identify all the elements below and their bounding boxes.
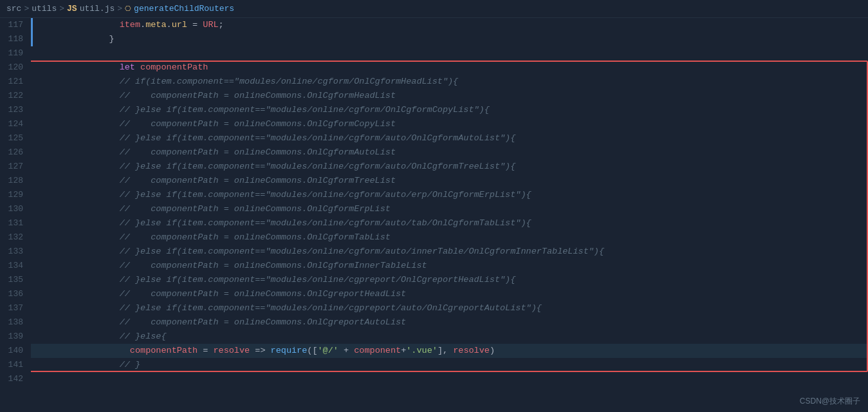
ln-130: 130 [5,202,23,216]
editor-container: src > utils > JS util.js > ⎔ generateChi… [0,0,868,412]
breadcrumb-src: src [6,4,21,14]
ln-120: 120 [5,61,23,75]
breadcrumb-bar: src > utils > JS util.js > ⎔ generateChi… [0,0,868,18]
ln-133: 133 [5,245,23,259]
ln-119: 119 [5,46,23,61]
breadcrumb-js: JS [67,4,77,14]
ln-124: 124 [5,117,23,131]
ln-132: 132 [5,230,23,245]
ln-126: 126 [5,145,23,160]
code-line-142 [31,372,868,386]
line-numbers: 117 118 119 120 121 122 123 124 125 126 … [0,18,31,412]
ln-118: 118 [5,32,23,46]
ln-139: 139 [5,330,23,344]
highlighted-block: let componentPath // if(item.component==… [31,61,868,372]
ln-140: 140 [5,344,23,358]
breadcrumb-sep3: > [117,4,122,14]
ln-122: 122 [5,89,23,103]
ln-136: 136 [5,287,23,301]
ln-131: 131 [5,216,23,230]
breadcrumb-filename: util.js [80,4,115,14]
breadcrumb-sep2: > [59,4,64,14]
code-text-142 [33,372,41,386]
ln-121: 121 [5,75,23,89]
watermark: CSDN@技术圈子 [800,396,860,407]
ln-134: 134 [5,259,23,273]
breadcrumb-func-name: generateChildRouters [134,4,234,14]
ln-127: 127 [5,160,23,174]
ln-141: 141 [5,358,23,372]
code-line-117: item.meta.url = URL; [31,18,868,32]
ln-117: 117 [5,18,23,32]
ln-123: 123 [5,103,23,117]
ln-137: 137 [5,301,23,315]
ln-135: 135 [5,273,23,287]
ln-125: 125 [5,131,23,145]
code-line-118: } [31,32,868,46]
ln-142: 142 [5,372,23,386]
ln-128: 128 [5,174,23,188]
breadcrumb-func-icon: ⎔ [125,5,131,13]
breadcrumb-utils: utils [32,4,57,14]
breadcrumb-sep1: > [24,4,29,14]
code-lines: item.meta.url = URL; } [31,18,868,412]
ln-129: 129 [5,188,23,202]
ln-138: 138 [5,315,23,330]
code-line-141: // } [31,358,868,372]
code-area: 117 118 119 120 121 122 123 124 125 126 … [0,18,868,412]
code-line-140: componentPath = resolve => require(['@/'… [31,344,868,358]
